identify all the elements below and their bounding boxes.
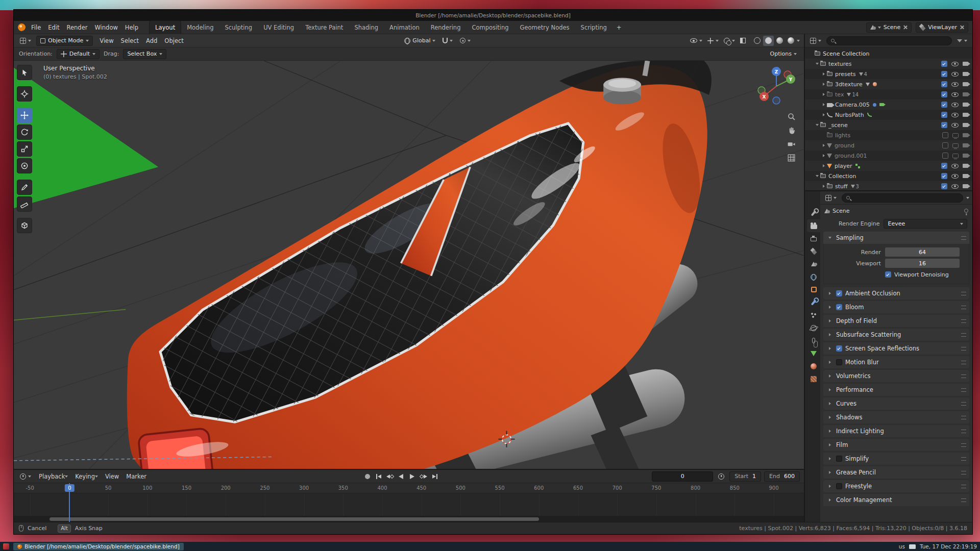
window-titlebar[interactable]: Blender [/home/amalie/Desktop/blender/sp…	[14, 10, 972, 21]
panel-curves[interactable]: Curves	[823, 397, 969, 410]
outliner-filter-button[interactable]	[955, 36, 969, 46]
panel-color-management[interactable]: Color Management	[823, 494, 969, 506]
zoom-button[interactable]	[787, 112, 796, 121]
viewport-samples-field[interactable]: 16	[885, 259, 960, 268]
outliner-row-stuff[interactable]: stuff3	[805, 181, 972, 190]
scene-selector[interactable]: Scene	[866, 22, 912, 33]
properties-editor-type-button[interactable]	[823, 193, 839, 203]
camera-toggle-icon[interactable]	[963, 123, 968, 127]
expand-arrow-icon[interactable]	[820, 153, 827, 159]
camera-toggle-icon[interactable]	[963, 113, 968, 117]
eye-toggle-icon[interactable]	[951, 62, 959, 66]
tab-render[interactable]	[807, 219, 820, 232]
outliner-row-presets[interactable]: presets4	[805, 69, 972, 79]
menu-edit[interactable]: Edit	[44, 21, 63, 34]
panel-subsurface-scattering[interactable]: Subsurface Scattering	[823, 329, 969, 341]
expand-arrow-icon[interactable]	[820, 91, 827, 97]
tab-tool[interactable]	[807, 207, 820, 219]
workspace-tab-sculpting[interactable]: Sculpting	[219, 21, 258, 34]
drag-handle-icon[interactable]	[961, 498, 966, 502]
timeline-ruler[interactable]: -500501001502002503003504004505005506006…	[14, 483, 804, 493]
overlays-button[interactable]	[722, 36, 737, 46]
end-frame-field[interactable]: End600	[764, 471, 800, 482]
eye-toggle-icon[interactable]	[951, 164, 959, 168]
play-reverse-button[interactable]	[396, 471, 406, 482]
eye-toggle-icon[interactable]	[951, 123, 959, 128]
drag-handle-icon[interactable]	[961, 236, 966, 240]
select-checkbox[interactable]	[941, 81, 947, 87]
panel-film[interactable]: Film	[823, 439, 969, 451]
tab-world[interactable]	[807, 270, 820, 283]
expand-arrow-icon[interactable]	[826, 456, 833, 462]
panel-checkbox[interactable]	[836, 290, 842, 296]
start-frame-field[interactable]: Start1	[729, 471, 761, 482]
screen-toggle-icon[interactable]	[952, 143, 959, 148]
timeline-menu-marker[interactable]: Marker	[122, 470, 150, 483]
expand-arrow-icon[interactable]	[826, 359, 833, 365]
camera-toggle-icon[interactable]	[963, 184, 968, 188]
outliner-row-ground-001[interactable]: ground.001	[805, 151, 972, 161]
expand-arrow-icon[interactable]	[826, 290, 833, 296]
tab-view-layer[interactable]	[807, 245, 820, 258]
panel-ambient-occlusion[interactable]: Ambient Occlusion	[823, 287, 969, 299]
viewport-3d-scene[interactable]	[14, 61, 804, 469]
add-workspace-button[interactable]: +	[612, 21, 626, 34]
launcher-icon[interactable]	[3, 543, 9, 549]
visibility-button[interactable]	[688, 36, 704, 46]
properties-search[interactable]	[842, 193, 963, 203]
eye-toggle-icon[interactable]	[951, 174, 959, 179]
cursor-tool[interactable]	[17, 86, 32, 102]
drag-handle-icon[interactable]	[961, 457, 966, 461]
shading-material-button[interactable]	[774, 36, 785, 46]
drag-handle-icon[interactable]	[961, 374, 966, 378]
drag-handle-icon[interactable]	[961, 292, 966, 295]
tab-output[interactable]	[807, 232, 820, 245]
outliner-row-lights[interactable]: lights	[805, 130, 972, 140]
eye-toggle-icon[interactable]	[951, 82, 959, 87]
panel-indirect-lighting[interactable]: Indirect Lighting	[823, 425, 969, 437]
expand-arrow-icon[interactable]	[820, 102, 827, 108]
move-tool[interactable]	[17, 108, 32, 123]
outliner-row-nurbspath[interactable]: NurbsPath	[805, 110, 972, 120]
screen-toggle-icon[interactable]	[952, 133, 959, 138]
panel-performance[interactable]: Performance	[823, 384, 969, 396]
gizmos-button[interactable]	[705, 36, 721, 46]
orientation-dropdown[interactable]: Default	[57, 49, 100, 59]
proportional-edit-button[interactable]	[458, 36, 473, 46]
workspace-tab-rendering[interactable]: Rendering	[425, 21, 467, 34]
camera-toggle-icon[interactable]	[963, 82, 968, 86]
camera-toggle-icon[interactable]	[963, 103, 968, 107]
timeline-menu-playback[interactable]: Playback	[35, 470, 71, 483]
camera-toggle-icon[interactable]	[963, 72, 968, 76]
viewport-canvas[interactable]: User Perspective (0) textures | Spot.002	[14, 61, 804, 469]
pan-hand-button[interactable]	[787, 126, 796, 135]
camera-toggle-icon[interactable]	[963, 164, 968, 168]
outliner-editor-type-button[interactable]	[808, 36, 823, 46]
panel-checkbox[interactable]	[836, 359, 842, 365]
outliner-row-player[interactable]: player	[805, 161, 972, 171]
rotate-tool[interactable]	[17, 124, 32, 140]
expand-arrow-icon[interactable]	[826, 332, 833, 338]
jump-to-start-button[interactable]	[374, 471, 384, 482]
eye-toggle-icon[interactable]	[951, 92, 959, 97]
expand-arrow-icon[interactable]	[826, 414, 833, 420]
outliner-row-camera-005[interactable]: Camera.005	[805, 99, 972, 110]
viewport-denoising-checkbox[interactable]	[885, 271, 891, 278]
tab-object-data[interactable]	[807, 347, 820, 360]
select-checkbox[interactable]	[941, 122, 947, 128]
panel-shadows[interactable]: Shadows	[823, 411, 969, 423]
outliner-row-collection[interactable]: Collection	[805, 171, 972, 181]
workspace-tab-animation[interactable]: Animation	[384, 21, 425, 34]
snap-button[interactable]	[440, 36, 455, 46]
exclude-checkbox[interactable]	[942, 142, 948, 148]
select-checkbox[interactable]	[941, 61, 947, 67]
workspace-tab-texture-paint[interactable]: Texture Paint	[300, 21, 349, 34]
panel-checkbox[interactable]	[836, 304, 842, 310]
measure-tool[interactable]	[17, 196, 32, 212]
expand-arrow-icon[interactable]	[814, 173, 820, 179]
expand-arrow-icon[interactable]	[820, 183, 827, 189]
drag-handle-icon[interactable]	[961, 333, 966, 337]
outliner-row-tex[interactable]: tex14	[805, 89, 972, 99]
shading-wireframe-button[interactable]	[752, 36, 763, 46]
camera-toggle-icon[interactable]	[963, 143, 968, 147]
